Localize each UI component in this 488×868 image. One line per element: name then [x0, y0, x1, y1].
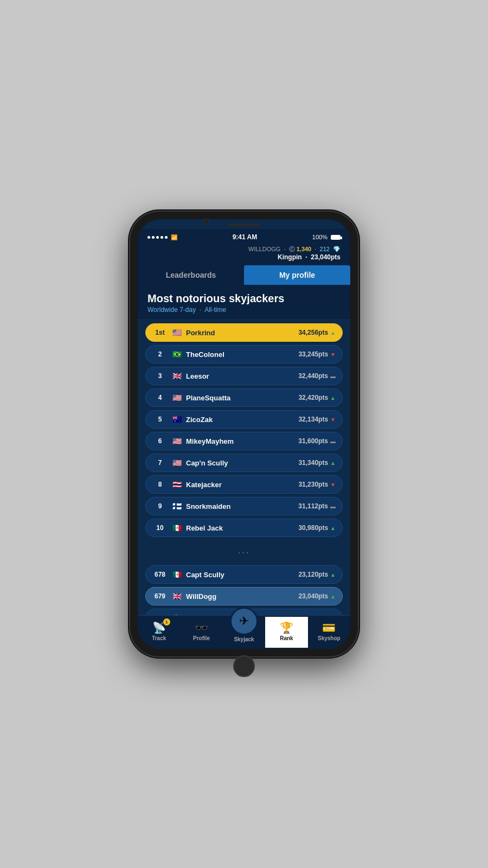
- rank-icon: 🏆: [280, 621, 293, 634]
- lb-name: Snorkmaiden: [186, 502, 298, 510]
- leaderboard-row-2[interactable]: 2 🇧🇷 TheColonel 33,245pts ▼: [145, 345, 343, 363]
- lb-rank: 5: [152, 416, 168, 423]
- battery-percent: 100%: [312, 234, 328, 240]
- lb-flag: 🇹🇭: [171, 480, 183, 489]
- skyshop-icon: 💳: [322, 621, 336, 634]
- lb-name: Rebel Jack: [186, 524, 298, 532]
- track-label: Track: [152, 635, 166, 641]
- leaderboard-list: 1st 🇺🇸 Porkrind 34,256pts ▲ 2 🇧🇷 TheColo…: [138, 319, 350, 545]
- lb-pts: 32,440pts: [298, 372, 328, 380]
- track-icon: 📡 1: [152, 621, 166, 634]
- signal-dot-2: [152, 236, 155, 239]
- period-7day[interactable]: Worldwide 7-day: [147, 306, 196, 314]
- phone-outer: 📶 9:41 AM 100% WILLDOGG · Ⓒ 1,340 · 212 …: [130, 212, 358, 656]
- leaderboard-row-6[interactable]: 6 🇺🇸 MikeyMayhem 31,600pts ▬: [145, 432, 343, 450]
- lb-flag: 🇺🇸: [171, 328, 183, 337]
- tabs-container: Leaderboards My profile: [138, 265, 350, 285]
- signal-dot-5: [165, 236, 168, 239]
- period-alltime[interactable]: All-time: [204, 306, 226, 314]
- lb-rank: 2: [152, 350, 168, 358]
- lb-pts: 31,112pts: [298, 502, 328, 510]
- nav-skyjack[interactable]: ✈ Skyjack: [223, 607, 265, 642]
- battery-icon: [331, 235, 341, 240]
- lb-rank: 9: [152, 502, 168, 510]
- lb-flag: 🇺🇸: [171, 437, 183, 445]
- leaderboard-row-4[interactable]: 4 🇺🇸 PlaneSquatta 32,420pts ▲: [145, 388, 343, 407]
- section-subtitle: Worldwide 7-day · All-time: [147, 306, 341, 314]
- lb-pts: 31,600pts: [298, 437, 328, 445]
- lb-pts: 30,980pts: [298, 524, 328, 532]
- track-badge: 1: [163, 618, 170, 626]
- skyjack-label: Skyjack: [234, 636, 254, 642]
- tab-my-profile[interactable]: My profile: [244, 265, 350, 285]
- lb-name: TheColonel: [186, 350, 298, 359]
- lb-rank: 3: [152, 372, 168, 380]
- lb-rank: 1st: [152, 329, 168, 336]
- rank-label: Rank: [280, 635, 293, 641]
- lb-rank: 4: [152, 394, 168, 401]
- leaderboard-row-10[interactable]: 10 🇲🇽 Rebel Jack 30,980pts ▲: [145, 519, 343, 537]
- lb-flag: 🇦🇺: [171, 415, 183, 424]
- user-points: 23,040pts: [311, 253, 341, 261]
- lb-pts: 31,230pts: [298, 481, 328, 488]
- section-header: Most notorious skyjackers Worldwide 7-da…: [138, 285, 350, 319]
- tab-leaderboards[interactable]: Leaderboards: [138, 265, 244, 285]
- wifi-icon: 📶: [171, 234, 177, 240]
- status-battery-area: 100%: [312, 234, 341, 240]
- lb-pts: 32,420pts: [298, 394, 328, 401]
- username-label: WILLDOGG: [248, 246, 280, 252]
- skyjack-icon: ✈: [230, 607, 258, 635]
- camera: [203, 219, 209, 225]
- section-title: Most notorious skyjackers: [147, 292, 341, 305]
- ellipsis: ···: [138, 545, 350, 561]
- main-content: Most notorious skyjackers Worldwide 7-da…: [138, 285, 350, 649]
- lb-name: ZicoZak: [186, 416, 298, 424]
- lb-name: Porkrind: [186, 329, 298, 337]
- stats-row1: WILLDOGG · Ⓒ 1,340 · 212 💎: [147, 245, 341, 253]
- nav-track[interactable]: 📡 1 Track: [138, 621, 180, 641]
- profile-icon: 🕶️: [195, 621, 208, 634]
- nav-rank[interactable]: 🏆 Rank: [265, 617, 307, 648]
- nav-skyshop[interactable]: 💳 Skyshop: [308, 621, 350, 641]
- lb-pts: 32,134pts: [298, 416, 328, 423]
- lb-rank: 8: [152, 481, 168, 488]
- lb-name: Leesor: [186, 372, 298, 380]
- lb-flag: 🇬🇧: [171, 372, 183, 380]
- nearby-row-1[interactable]: 678 🇲🇽 Capt Scully 23,120pts ▲: [145, 565, 343, 584]
- nav-profile[interactable]: 🕶️ Profile: [180, 621, 222, 641]
- leaderboard-row-8[interactable]: 8 🇹🇭 Katejacker 31,230pts ▼: [145, 475, 343, 494]
- status-signal: 📶: [147, 234, 177, 240]
- lb-flag: 🇲🇽: [171, 524, 183, 532]
- nearby-row-2[interactable]: 679 🇬🇧 WillDogg 23,040pts ▲: [145, 587, 343, 605]
- status-bar: 📶 9:41 AM 100%: [138, 229, 350, 243]
- lb-name: PlaneSquatta: [186, 394, 298, 402]
- coins-value: 1,340: [297, 246, 312, 252]
- lb-pts: 33,245pts: [298, 350, 328, 358]
- lb-pts: 31,340pts: [298, 459, 328, 467]
- skyshop-label: Skyshop: [318, 635, 341, 641]
- lb-name: Katejacker: [186, 481, 298, 489]
- leaderboard-row-5[interactable]: 5 🇦🇺 ZicoZak 32,134pts ▼: [145, 410, 343, 429]
- speaker: [228, 224, 260, 226]
- leaderboard-row-9[interactable]: 9 🇫🇮 Snorkmaiden 31,112pts ▬: [145, 497, 343, 515]
- leaderboard-row-1[interactable]: 1st 🇺🇸 Porkrind 34,256pts ▲: [145, 323, 343, 342]
- home-button[interactable]: [233, 655, 255, 677]
- lb-flag: 🇬🇧: [171, 592, 183, 601]
- lb-flag: 🇺🇸: [171, 393, 183, 402]
- lb-name: Capt Scully: [186, 571, 298, 579]
- profile-label: Profile: [193, 635, 210, 641]
- lb-flag: 🇺🇸: [171, 458, 183, 467]
- lb-rank: 679: [152, 592, 168, 600]
- lb-pts: 23,040pts: [298, 592, 328, 600]
- lb-pts: 23,120pts: [298, 571, 328, 578]
- lb-pts: 34,256pts: [298, 329, 328, 336]
- leaderboard-row-7[interactable]: 7 🇺🇸 Cap'n Scully 31,340pts ▲: [145, 454, 343, 472]
- header-stats: WILLDOGG · Ⓒ 1,340 · 212 💎 Kingpin · 23,…: [138, 243, 350, 265]
- signal-dot-3: [156, 236, 159, 239]
- phone-screen: 📶 9:41 AM 100% WILLDOGG · Ⓒ 1,340 · 212 …: [138, 219, 350, 649]
- lb-rank: 7: [152, 459, 168, 467]
- stats-row2: Kingpin · 23,040pts: [147, 253, 341, 261]
- leaderboard-row-3[interactable]: 3 🇬🇧 Leesor 32,440pts ▬: [145, 367, 343, 385]
- diamonds-value: 212: [320, 246, 330, 252]
- lb-rank: 10: [152, 524, 168, 532]
